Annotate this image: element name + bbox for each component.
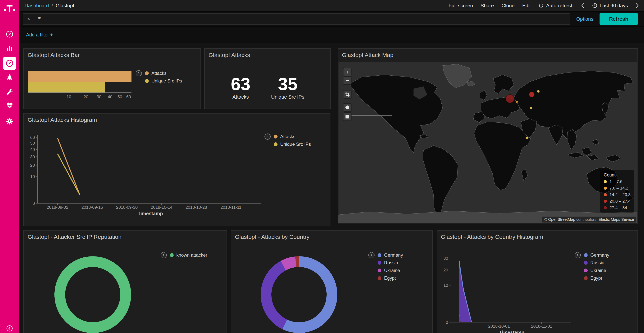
- attack-marker[interactable]: [530, 107, 532, 109]
- legend-item[interactable]: Russia: [378, 260, 403, 265]
- legend-label[interactable]: Egypt: [384, 275, 396, 281]
- attack-marker[interactable]: [537, 90, 540, 93]
- sideb​ar-item-dashboard-active[interactable]: [3, 57, 16, 70]
- map-count-legend: Count 1 – 7.67.6 – 14.214.2 – 20.820.8 –…: [600, 170, 634, 213]
- legend-label[interactable]: 27.4 – 34: [610, 205, 627, 210]
- clone-button[interactable]: Clone: [502, 3, 514, 9]
- legend-item[interactable]: Unique Src IPs: [274, 142, 311, 147]
- legend-toggle[interactable]: ›: [264, 134, 271, 140]
- time-back-button[interactable]: [581, 3, 584, 8]
- world-map[interactable]: + − Count 1 – 7.67.6 – 14.214.: [338, 62, 637, 223]
- legend-label[interactable]: Ukraine: [384, 268, 400, 273]
- legend-item[interactable]: Ukraine: [584, 268, 609, 273]
- legend-label[interactable]: 1 – 7.6: [610, 179, 622, 184]
- axis-tick-label: 60: [126, 94, 131, 99]
- reputation-donut-chart[interactable]: [54, 256, 131, 333]
- line-series[interactable]: [58, 138, 80, 195]
- legend-item[interactable]: Attacks: [145, 71, 182, 76]
- bar-segment[interactable]: [28, 82, 105, 93]
- auto-refresh-button[interactable]: Auto-refresh: [538, 3, 574, 9]
- search-query-input[interactable]: >_ *: [23, 13, 570, 25]
- horizontal-bar-chart[interactable]: 102030405060: [28, 71, 132, 99]
- sidebar-item-dev-tools[interactable]: [0, 88, 19, 96]
- area-chart[interactable]: 01020302018-10-012018-11-01Timestamp: [437, 231, 638, 333]
- legend-item[interactable]: Germany: [584, 252, 609, 258]
- country-donut-chart[interactable]: [261, 256, 337, 333]
- attack-marker[interactable]: [529, 92, 534, 97]
- telekom-logo[interactable]: T: [0, 4, 19, 14]
- legend-toggle[interactable]: ›: [160, 252, 167, 258]
- legend-toggle[interactable]: ›: [574, 252, 581, 258]
- full-screen-button[interactable]: Full screen: [448, 3, 473, 9]
- legend-item[interactable]: Egypt: [378, 275, 403, 281]
- edit-button[interactable]: Edit: [522, 3, 531, 9]
- add-filter-link[interactable]: Add a filter+: [26, 32, 53, 38]
- dashboard-gauge-icon: [5, 59, 14, 68]
- legend-label[interactable]: 14.2 – 20.8: [610, 192, 630, 197]
- legend-item[interactable]: Germany: [378, 252, 403, 258]
- legend-toggle[interactable]: ›: [368, 252, 374, 258]
- legend-item[interactable]: known attacker: [170, 252, 207, 258]
- refresh-button[interactable]: Refresh: [600, 13, 638, 25]
- legend-label[interactable]: Unique Src IPs: [280, 142, 311, 147]
- sidebar-item-monitoring[interactable]: [0, 102, 19, 109]
- legend-label[interactable]: Russia: [590, 260, 604, 265]
- legend-label[interactable]: Attacks: [280, 134, 295, 139]
- legend-swatch: [170, 253, 174, 257]
- sidebar-item-timelion[interactable]: [0, 73, 19, 81]
- zoom-in-button[interactable]: +: [343, 68, 352, 76]
- legend-label[interactable]: 7.6 – 14.2: [610, 186, 628, 191]
- legend-label[interactable]: 20.8 – 27.4: [610, 199, 630, 204]
- sidebar-item-discover[interactable]: [0, 30, 19, 38]
- attack-marker[interactable]: [516, 101, 518, 103]
- attack-marker[interactable]: [506, 94, 514, 103]
- legend-item[interactable]: 1 – 7.6: [604, 179, 630, 184]
- legend-item[interactable]: Ukraine: [378, 268, 403, 273]
- legend-item[interactable]: 7.6 – 14.2: [604, 186, 630, 191]
- legend-label[interactable]: Ukraine: [590, 268, 606, 273]
- legend-item[interactable]: Russia: [584, 260, 609, 265]
- osm-attribution-link[interactable]: © OpenStreetMap: [544, 217, 575, 222]
- legend-toggle[interactable]: ›: [136, 70, 142, 76]
- donut-hole: [65, 267, 120, 322]
- legend-item[interactable]: Unique Src IPs: [145, 78, 182, 84]
- share-button[interactable]: Share: [480, 3, 494, 9]
- crop-tool-button[interactable]: [343, 90, 352, 99]
- legend-swatch: [145, 71, 149, 75]
- legend: › AttacksUnique Src IPs: [136, 70, 182, 84]
- line-chart[interactable]: 01020304050602018-09-022018-09-162018-09…: [24, 114, 330, 226]
- sidebar-item-visualize[interactable]: [0, 44, 19, 52]
- pentagon-icon: [345, 105, 350, 110]
- collapse-nav-button[interactable]: [0, 325, 19, 332]
- legend-item[interactable]: 14.2 – 20.8: [604, 192, 630, 197]
- time-picker-button[interactable]: Last 90 days: [592, 3, 628, 9]
- breadcrumb-dashboard-link[interactable]: Dashboard: [24, 3, 49, 9]
- legend-label[interactable]: Unique Src IPs: [152, 78, 182, 84]
- time-forward-button[interactable]: [636, 3, 639, 8]
- legend-swatch: [378, 268, 382, 272]
- legend-label[interactable]: Egypt: [590, 275, 602, 281]
- metric-label: Unique Src IPs: [271, 94, 304, 100]
- square-icon: [345, 114, 350, 119]
- legend-label[interactable]: Germany: [384, 252, 403, 258]
- rectangle-draw-button[interactable]: [343, 112, 352, 121]
- attack-marker[interactable]: [526, 137, 528, 139]
- legend-item[interactable]: Attacks: [274, 134, 311, 139]
- bar-segment[interactable]: [28, 71, 132, 82]
- heartbeat-icon: [6, 102, 14, 109]
- legend-item[interactable]: Egypt: [584, 275, 609, 281]
- legend-label[interactable]: Attacks: [152, 71, 166, 76]
- legend-item[interactable]: 27.4 – 34: [604, 205, 630, 210]
- zoom-out-button[interactable]: −: [343, 76, 352, 85]
- legend-label[interactable]: Germany: [590, 252, 609, 258]
- legend-label[interactable]: known attacker: [176, 252, 207, 258]
- y-axis-label: 30: [30, 154, 35, 159]
- polygon-draw-button[interactable]: [343, 103, 352, 112]
- legend-label[interactable]: Russia: [384, 260, 398, 265]
- line-series[interactable]: [58, 154, 80, 195]
- elastic-maps-attribution-link[interactable]: Elastic Maps Service: [598, 217, 634, 222]
- sidebar-item-management[interactable]: [0, 117, 19, 125]
- legend-item[interactable]: 20.8 – 27.4: [604, 199, 630, 204]
- y-axis-label: 40: [30, 147, 35, 152]
- options-link[interactable]: Options: [576, 16, 594, 22]
